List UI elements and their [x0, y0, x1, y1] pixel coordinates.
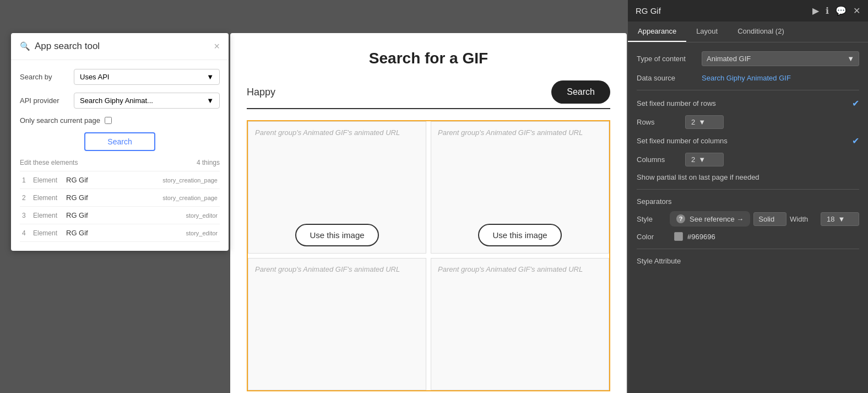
things-count: 4 things: [197, 159, 220, 166]
rows-value[interactable]: 2 ▼: [685, 115, 724, 129]
play-icon[interactable]: ▶: [812, 6, 819, 16]
list-item[interactable]: 3 Element RG Gif story_editor: [20, 207, 220, 224]
use-image-button-2[interactable]: Use this image: [478, 224, 561, 246]
color-swatch[interactable]: [674, 232, 683, 241]
tab-layout[interactable]: Layout: [686, 21, 728, 42]
left-panel-header: 🔍 App search tool ×: [11, 33, 229, 60]
only-search-label: Only search current page: [20, 116, 100, 125]
close-icon[interactable]: ✕: [853, 6, 860, 16]
gif-search-bar: Search: [247, 80, 610, 109]
panel-title: App search tool: [35, 41, 100, 52]
search-by-label: Search by: [20, 73, 69, 81]
type-of-content-label: Type of content: [637, 55, 697, 63]
edit-elements-label: Edit these elements: [20, 159, 78, 166]
right-panel-icons: ▶ ℹ 💬 ✕: [812, 6, 860, 16]
api-provider-value: Search Giphy Animat...: [80, 96, 153, 105]
info-icon[interactable]: ℹ: [826, 6, 829, 16]
api-provider-row: API provider Search Giphy Animat... ▼: [20, 93, 220, 109]
search-button[interactable]: Search: [84, 132, 155, 151]
search-btn-container: Search: [20, 132, 220, 151]
list-item[interactable]: 1 Element RG Gif story_creation_page: [20, 171, 220, 189]
gif-cell-1: Parent group's Animated GIF's animated U…: [248, 121, 426, 254]
rows-row: Rows 2 ▼: [637, 115, 859, 129]
list-item[interactable]: 4 Element RG Gif story_editor: [20, 224, 220, 242]
gif-cell-label-4: Parent group's Animated GIF's animated U…: [438, 265, 602, 273]
tab-conditional[interactable]: Conditional (2): [728, 21, 794, 42]
chevron-down-icon6: ▼: [838, 215, 845, 223]
left-panel-body: Search by Uses API ▼ API provider Search…: [11, 60, 229, 251]
search-by-dropdown[interactable]: Uses API ▼: [74, 69, 220, 85]
divider-2: [637, 189, 859, 190]
gif-search-button[interactable]: Search: [551, 80, 610, 104]
chevron-down-icon4: ▼: [698, 118, 706, 126]
edit-elements-header: Edit these elements 4 things: [20, 159, 220, 166]
use-image-button-1[interactable]: Use this image: [295, 224, 378, 246]
type-of-content-value[interactable]: Animated GIF ▼: [702, 51, 859, 66]
tooltip-bubble: ? See reference →: [670, 211, 750, 227]
divider-1: [637, 90, 859, 90]
color-label: Color: [637, 233, 670, 241]
style-row: Style ? See reference → Solid Width 18 ▼: [637, 211, 859, 227]
right-panel: RG Gif ▶ ℹ 💬 ✕ Appearance Layout Conditi…: [628, 0, 868, 393]
gif-cell-2: Parent group's Animated GIF's animated U…: [431, 121, 609, 254]
list-item[interactable]: 2 Element RG Gif story_creation_page: [20, 189, 220, 207]
chevron-down-icon3: ▼: [847, 55, 854, 63]
separators-title: Separators: [637, 197, 859, 206]
gif-cell-label-2: Parent group's Animated GIF's animated U…: [438, 128, 602, 137]
divider-3: [637, 249, 859, 249]
gif-search-title: Search for a GIF: [247, 50, 610, 67]
only-search-checkbox[interactable]: [105, 117, 112, 124]
question-icon: ?: [676, 214, 685, 223]
search-icon: 🔍: [20, 41, 30, 51]
api-provider-label: API provider: [20, 96, 69, 105]
search-by-value: Uses API: [80, 73, 109, 81]
columns-value[interactable]: 2 ▼: [685, 153, 724, 166]
chevron-down-icon5: ▼: [698, 155, 706, 164]
set-fixed-columns-label: Set fixed number of columns: [637, 137, 728, 145]
data-source-row: Data source Search Giphy Animated GIF: [637, 74, 859, 82]
set-fixed-rows-row: Set fixed number of rows ✔: [637, 98, 859, 109]
columns-row: Columns 2 ▼: [637, 153, 859, 166]
width-label: Width: [790, 215, 817, 223]
only-search-row: Only search current page: [20, 116, 220, 125]
color-row: Color #969696: [637, 232, 859, 241]
style-label: Style: [637, 215, 664, 223]
show-partial-label: Show partial list on last page if needed: [637, 173, 760, 181]
chevron-down-icon: ▼: [207, 73, 214, 81]
color-value: #969696: [687, 233, 715, 241]
right-panel-header: RG Gif ▶ ℹ 💬 ✕: [628, 0, 868, 21]
style-attr-label: Style Attribute: [637, 257, 681, 265]
main-area: Search for a GIF Search Parent group's A…: [230, 33, 627, 393]
right-panel-tabs: Appearance Layout Conditional (2): [628, 21, 868, 42]
separators-section: Separators Style ? See reference → Solid…: [637, 197, 859, 241]
set-fixed-columns-check[interactable]: ✔: [852, 136, 859, 146]
data-source-label: Data source: [637, 74, 697, 82]
search-by-row: Search by Uses API ▼: [20, 69, 220, 85]
chevron-down-icon2: ▼: [207, 96, 214, 105]
api-provider-dropdown[interactable]: Search Giphy Animat... ▼: [74, 93, 220, 109]
set-fixed-rows-label: Set fixed number of rows: [637, 99, 716, 107]
data-source-link[interactable]: Search Giphy Animated GIF: [702, 74, 791, 82]
width-value[interactable]: 18 ▼: [821, 212, 859, 226]
set-fixed-columns-row: Set fixed number of columns ✔: [637, 136, 859, 146]
left-panel: 🔍 App search tool × Search by Uses API ▼…: [11, 33, 229, 251]
gif-cell-3: Parent group's Animated GIF's animated U…: [248, 258, 426, 390]
type-of-content-row: Type of content Animated GIF ▼: [637, 51, 859, 66]
gif-cell-label-3: Parent group's Animated GIF's animated U…: [255, 265, 419, 273]
close-panel-button[interactable]: ×: [214, 41, 220, 51]
gif-cell-label-1: Parent group's Animated GIF's animated U…: [255, 128, 419, 137]
style-attr-row: Style Attribute: [637, 257, 859, 265]
gif-search-input[interactable]: [247, 87, 545, 98]
tooltip-text[interactable]: See reference →: [690, 215, 744, 223]
gif-grid: Parent group's Animated GIF's animated U…: [247, 120, 610, 391]
set-fixed-rows-check[interactable]: ✔: [852, 98, 859, 109]
panel-title-group: 🔍 App search tool: [20, 41, 100, 52]
element-list: 1 Element RG Gif story_creation_page 2 E…: [20, 171, 220, 242]
tab-appearance[interactable]: Appearance: [628, 21, 686, 42]
chat-icon[interactable]: 💬: [836, 6, 847, 16]
right-panel-title: RG Gif: [636, 6, 661, 15]
columns-label: Columns: [637, 155, 681, 164]
show-partial-row: Show partial list on last page if needed: [637, 173, 859, 181]
style-value[interactable]: Solid: [753, 212, 786, 226]
rows-label: Rows: [637, 118, 681, 126]
